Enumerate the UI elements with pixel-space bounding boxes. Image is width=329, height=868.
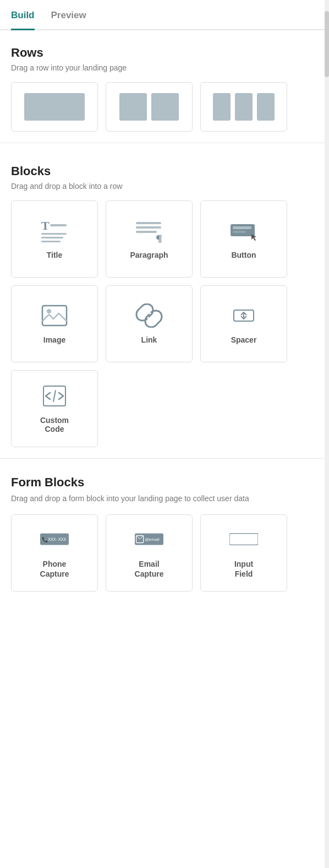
row-block <box>257 93 275 121</box>
svg-text:T: T <box>41 219 50 232</box>
svg-rect-5 <box>136 222 161 224</box>
svg-rect-10 <box>233 226 251 229</box>
email-capture-icon: @email <box>135 527 163 551</box>
block-spacer[interactable]: Spacer <box>200 285 287 362</box>
spacer-icon <box>229 303 258 328</box>
link-icon <box>135 303 163 328</box>
block-paragraph-label: Paragraph <box>130 251 168 259</box>
svg-rect-1 <box>50 224 67 226</box>
phone-capture-icon: 📞 XXX-XXX <box>40 527 69 551</box>
svg-text:XXX-XXX: XXX-XXX <box>48 537 66 542</box>
block-link-label: Link <box>141 335 157 344</box>
svg-text:¶: ¶ <box>156 232 162 243</box>
rows-description: Drag a row into your landing page <box>11 63 318 72</box>
block-custom-code[interactable]: Custom Code <box>11 370 98 447</box>
svg-rect-7 <box>136 231 157 233</box>
block-image[interactable]: Image <box>11 285 98 362</box>
rows-grid <box>11 82 318 132</box>
rows-title: Rows <box>11 46 318 60</box>
block-title-label: Title <box>47 251 63 259</box>
form-block-email-capture[interactable]: @email Email Capture <box>106 514 193 592</box>
form-block-phone-capture[interactable]: 📞 XXX-XXX Phone Capture <box>11 514 98 592</box>
form-block-phone-capture-label: Phone Capture <box>40 559 69 579</box>
custom-code-icon <box>40 384 69 408</box>
block-link[interactable]: Link <box>106 285 193 362</box>
svg-rect-13 <box>42 306 67 326</box>
divider-blocks-formblocks <box>0 458 329 459</box>
row-block <box>24 93 85 121</box>
tab-bar: Build Preview <box>0 0 329 30</box>
tab-preview[interactable]: Preview <box>51 0 86 30</box>
form-block-email-capture-label: Email Capture <box>135 559 164 579</box>
blocks-section: Blocks Drag and drop a block into a row … <box>0 149 329 453</box>
divider-rows-blocks <box>0 143 329 143</box>
row-block <box>213 93 231 121</box>
tab-build[interactable]: Build <box>11 0 35 30</box>
svg-line-18 <box>53 390 56 402</box>
title-icon: T <box>40 219 69 243</box>
block-paragraph[interactable]: ¶ Paragraph <box>106 200 193 278</box>
form-block-input-field-label: Input Field <box>234 559 253 579</box>
block-custom-code-label: Custom Code <box>40 416 69 433</box>
svg-point-14 <box>47 309 51 313</box>
row-block <box>119 93 147 121</box>
row-block <box>151 93 179 121</box>
block-title[interactable]: T Title <box>11 200 98 278</box>
svg-rect-25 <box>229 533 258 545</box>
block-spacer-label: Spacer <box>231 335 257 344</box>
svg-rect-6 <box>136 226 161 229</box>
form-blocks-title: Form Blocks <box>11 475 318 490</box>
blocks-grid: T Title ¶ Paragraph <box>11 200 318 447</box>
blocks-title: Blocks <box>11 164 318 178</box>
row-layout-2col[interactable] <box>106 82 193 132</box>
button-icon <box>229 219 258 243</box>
svg-text:@email: @email <box>145 537 160 542</box>
scrollbar[interactable] <box>325 0 329 868</box>
paragraph-icon: ¶ <box>135 219 163 243</box>
block-image-label: Image <box>43 335 65 344</box>
row-block <box>235 93 253 121</box>
svg-rect-4 <box>41 241 61 242</box>
form-blocks-description: Drag and drop a form block into your lan… <box>11 493 318 504</box>
svg-rect-11 <box>233 231 246 233</box>
form-blocks-section: Form Blocks Drag and drop a form block i… <box>0 464 329 608</box>
svg-rect-3 <box>41 237 63 238</box>
form-blocks-grid: 📞 XXX-XXX Phone Capture @email Email Cap… <box>11 514 318 592</box>
svg-text:📞: 📞 <box>42 536 48 543</box>
blocks-description: Drag and drop a block into a row <box>11 182 318 191</box>
svg-rect-2 <box>41 233 67 235</box>
row-layout-3col[interactable] <box>200 82 287 132</box>
image-icon <box>40 303 69 328</box>
form-block-input-field[interactable]: Input Field <box>200 514 287 592</box>
rows-section: Rows Drag a row into your landing page <box>0 30 329 137</box>
scrollbar-thumb[interactable] <box>325 11 329 77</box>
svg-rect-9 <box>231 224 255 236</box>
input-field-icon <box>229 527 258 551</box>
block-button[interactable]: Button <box>200 200 287 278</box>
row-layout-1col[interactable] <box>11 82 98 132</box>
block-button-label: Button <box>231 251 256 259</box>
